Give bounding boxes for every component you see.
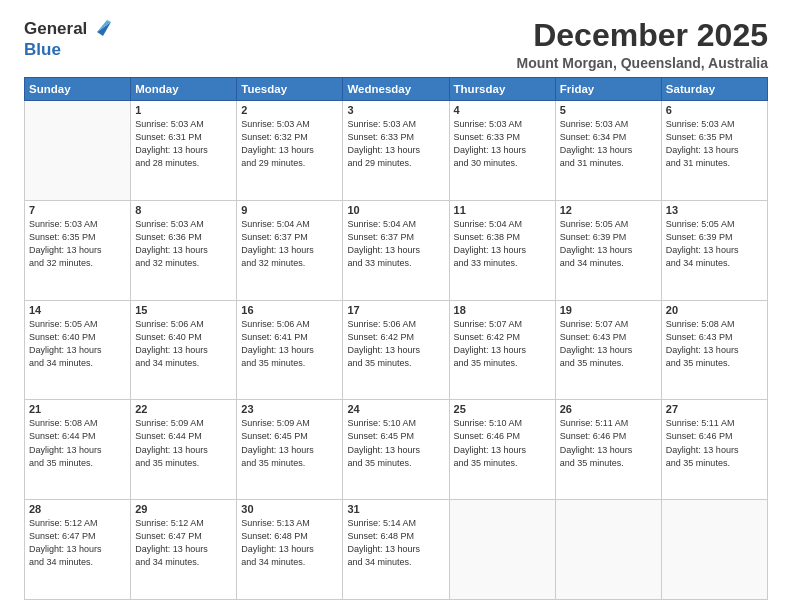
day-number: 18 xyxy=(454,304,551,316)
day-number: 8 xyxy=(135,204,232,216)
calendar-cell: 18Sunrise: 5:07 AM Sunset: 6:42 PM Dayli… xyxy=(449,300,555,400)
calendar-cell xyxy=(661,500,767,600)
day-number: 16 xyxy=(241,304,338,316)
day-number: 31 xyxy=(347,503,444,515)
day-number: 14 xyxy=(29,304,126,316)
day-number: 28 xyxy=(29,503,126,515)
logo-bird-icon xyxy=(89,18,111,40)
calendar-cell: 27Sunrise: 5:11 AM Sunset: 6:46 PM Dayli… xyxy=(661,400,767,500)
month-title: December 2025 xyxy=(516,18,768,53)
logo: General Blue xyxy=(24,18,111,60)
day-info: Sunrise: 5:03 AM Sunset: 6:32 PM Dayligh… xyxy=(241,118,338,170)
day-info: Sunrise: 5:13 AM Sunset: 6:48 PM Dayligh… xyxy=(241,517,338,569)
day-number: 4 xyxy=(454,104,551,116)
calendar-cell xyxy=(449,500,555,600)
day-number: 19 xyxy=(560,304,657,316)
calendar-week-row: 7Sunrise: 5:03 AM Sunset: 6:35 PM Daylig… xyxy=(25,200,768,300)
day-info: Sunrise: 5:06 AM Sunset: 6:42 PM Dayligh… xyxy=(347,318,444,370)
day-number: 20 xyxy=(666,304,763,316)
calendar-cell: 1Sunrise: 5:03 AM Sunset: 6:31 PM Daylig… xyxy=(131,101,237,201)
weekday-header-thursday: Thursday xyxy=(449,78,555,101)
calendar-cell: 21Sunrise: 5:08 AM Sunset: 6:44 PM Dayli… xyxy=(25,400,131,500)
day-number: 27 xyxy=(666,403,763,415)
calendar-cell: 28Sunrise: 5:12 AM Sunset: 6:47 PM Dayli… xyxy=(25,500,131,600)
calendar-cell: 10Sunrise: 5:04 AM Sunset: 6:37 PM Dayli… xyxy=(343,200,449,300)
weekday-header-tuesday: Tuesday xyxy=(237,78,343,101)
weekday-header-sunday: Sunday xyxy=(25,78,131,101)
calendar-cell: 2Sunrise: 5:03 AM Sunset: 6:32 PM Daylig… xyxy=(237,101,343,201)
logo-general-text: General xyxy=(24,19,87,39)
calendar-cell: 3Sunrise: 5:03 AM Sunset: 6:33 PM Daylig… xyxy=(343,101,449,201)
weekday-header-wednesday: Wednesday xyxy=(343,78,449,101)
calendar-cell: 31Sunrise: 5:14 AM Sunset: 6:48 PM Dayli… xyxy=(343,500,449,600)
day-info: Sunrise: 5:07 AM Sunset: 6:42 PM Dayligh… xyxy=(454,318,551,370)
calendar-cell: 9Sunrise: 5:04 AM Sunset: 6:37 PM Daylig… xyxy=(237,200,343,300)
logo-blue-text: Blue xyxy=(24,40,61,60)
day-info: Sunrise: 5:12 AM Sunset: 6:47 PM Dayligh… xyxy=(29,517,126,569)
day-info: Sunrise: 5:05 AM Sunset: 6:39 PM Dayligh… xyxy=(666,218,763,270)
weekday-header-friday: Friday xyxy=(555,78,661,101)
day-number: 17 xyxy=(347,304,444,316)
calendar-cell: 23Sunrise: 5:09 AM Sunset: 6:45 PM Dayli… xyxy=(237,400,343,500)
calendar-cell xyxy=(555,500,661,600)
day-info: Sunrise: 5:14 AM Sunset: 6:48 PM Dayligh… xyxy=(347,517,444,569)
calendar-cell: 19Sunrise: 5:07 AM Sunset: 6:43 PM Dayli… xyxy=(555,300,661,400)
calendar-cell: 5Sunrise: 5:03 AM Sunset: 6:34 PM Daylig… xyxy=(555,101,661,201)
day-number: 22 xyxy=(135,403,232,415)
day-number: 6 xyxy=(666,104,763,116)
calendar-cell: 12Sunrise: 5:05 AM Sunset: 6:39 PM Dayli… xyxy=(555,200,661,300)
day-info: Sunrise: 5:11 AM Sunset: 6:46 PM Dayligh… xyxy=(666,417,763,469)
day-info: Sunrise: 5:06 AM Sunset: 6:40 PM Dayligh… xyxy=(135,318,232,370)
calendar-cell: 25Sunrise: 5:10 AM Sunset: 6:46 PM Dayli… xyxy=(449,400,555,500)
day-info: Sunrise: 5:06 AM Sunset: 6:41 PM Dayligh… xyxy=(241,318,338,370)
calendar-cell: 20Sunrise: 5:08 AM Sunset: 6:43 PM Dayli… xyxy=(661,300,767,400)
calendar-cell: 14Sunrise: 5:05 AM Sunset: 6:40 PM Dayli… xyxy=(25,300,131,400)
day-number: 15 xyxy=(135,304,232,316)
day-info: Sunrise: 5:12 AM Sunset: 6:47 PM Dayligh… xyxy=(135,517,232,569)
calendar-cell: 6Sunrise: 5:03 AM Sunset: 6:35 PM Daylig… xyxy=(661,101,767,201)
day-number: 9 xyxy=(241,204,338,216)
day-number: 13 xyxy=(666,204,763,216)
day-number: 23 xyxy=(241,403,338,415)
day-info: Sunrise: 5:03 AM Sunset: 6:33 PM Dayligh… xyxy=(454,118,551,170)
weekday-header-saturday: Saturday xyxy=(661,78,767,101)
day-number: 29 xyxy=(135,503,232,515)
day-info: Sunrise: 5:09 AM Sunset: 6:44 PM Dayligh… xyxy=(135,417,232,469)
day-number: 2 xyxy=(241,104,338,116)
calendar-cell: 30Sunrise: 5:13 AM Sunset: 6:48 PM Dayli… xyxy=(237,500,343,600)
calendar-cell: 7Sunrise: 5:03 AM Sunset: 6:35 PM Daylig… xyxy=(25,200,131,300)
day-number: 12 xyxy=(560,204,657,216)
location-title: Mount Morgan, Queensland, Australia xyxy=(516,55,768,71)
calendar-cell xyxy=(25,101,131,201)
day-number: 7 xyxy=(29,204,126,216)
day-number: 30 xyxy=(241,503,338,515)
header: General Blue December 2025 Mount Morgan,… xyxy=(24,18,768,71)
calendar-cell: 22Sunrise: 5:09 AM Sunset: 6:44 PM Dayli… xyxy=(131,400,237,500)
calendar-week-row: 1Sunrise: 5:03 AM Sunset: 6:31 PM Daylig… xyxy=(25,101,768,201)
day-number: 25 xyxy=(454,403,551,415)
title-block: December 2025 Mount Morgan, Queensland, … xyxy=(516,18,768,71)
weekday-header-row: SundayMondayTuesdayWednesdayThursdayFrid… xyxy=(25,78,768,101)
calendar-week-row: 28Sunrise: 5:12 AM Sunset: 6:47 PM Dayli… xyxy=(25,500,768,600)
page: General Blue December 2025 Mount Morgan,… xyxy=(0,0,792,612)
day-info: Sunrise: 5:03 AM Sunset: 6:35 PM Dayligh… xyxy=(666,118,763,170)
calendar-cell: 13Sunrise: 5:05 AM Sunset: 6:39 PM Dayli… xyxy=(661,200,767,300)
day-info: Sunrise: 5:10 AM Sunset: 6:46 PM Dayligh… xyxy=(454,417,551,469)
day-info: Sunrise: 5:03 AM Sunset: 6:36 PM Dayligh… xyxy=(135,218,232,270)
day-info: Sunrise: 5:08 AM Sunset: 6:43 PM Dayligh… xyxy=(666,318,763,370)
day-number: 10 xyxy=(347,204,444,216)
calendar-cell: 16Sunrise: 5:06 AM Sunset: 6:41 PM Dayli… xyxy=(237,300,343,400)
day-info: Sunrise: 5:07 AM Sunset: 6:43 PM Dayligh… xyxy=(560,318,657,370)
day-info: Sunrise: 5:11 AM Sunset: 6:46 PM Dayligh… xyxy=(560,417,657,469)
weekday-header-monday: Monday xyxy=(131,78,237,101)
calendar-week-row: 14Sunrise: 5:05 AM Sunset: 6:40 PM Dayli… xyxy=(25,300,768,400)
day-info: Sunrise: 5:04 AM Sunset: 6:38 PM Dayligh… xyxy=(454,218,551,270)
day-info: Sunrise: 5:03 AM Sunset: 6:34 PM Dayligh… xyxy=(560,118,657,170)
day-number: 24 xyxy=(347,403,444,415)
calendar-week-row: 21Sunrise: 5:08 AM Sunset: 6:44 PM Dayli… xyxy=(25,400,768,500)
day-number: 5 xyxy=(560,104,657,116)
day-number: 11 xyxy=(454,204,551,216)
day-info: Sunrise: 5:08 AM Sunset: 6:44 PM Dayligh… xyxy=(29,417,126,469)
calendar-cell: 4Sunrise: 5:03 AM Sunset: 6:33 PM Daylig… xyxy=(449,101,555,201)
calendar-cell: 24Sunrise: 5:10 AM Sunset: 6:45 PM Dayli… xyxy=(343,400,449,500)
